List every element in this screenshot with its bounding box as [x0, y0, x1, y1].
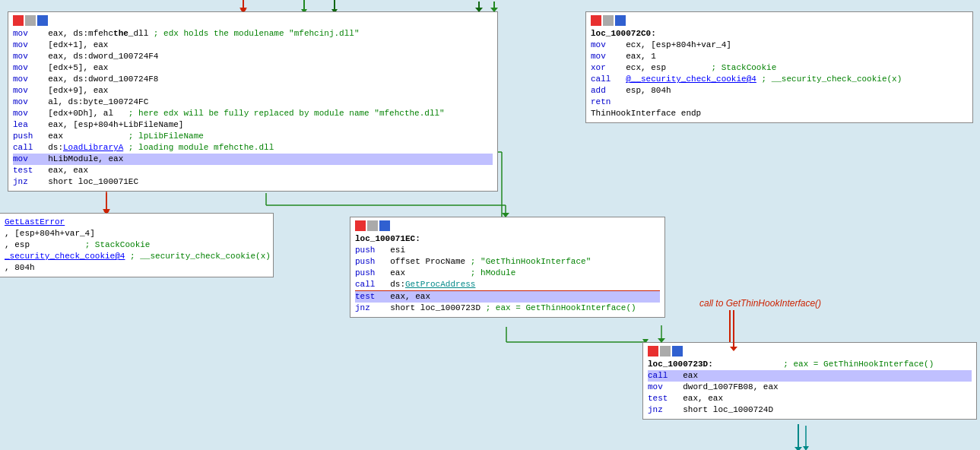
icon-red-2 — [591, 15, 601, 26]
code-line: loc_100072C0: — [591, 28, 968, 40]
code-line: mov [edx+5], eax — [13, 62, 493, 74]
code-block-1: mov eax, ds:mfehcthe_dll ; edx holds the… — [8, 11, 498, 192]
icon-blue-5 — [672, 346, 683, 357]
code-line: mov al, ds:byte_100724FC — [13, 97, 493, 108]
code-line: , esp ; StackCookie — [5, 239, 268, 251]
code-line: call @__security_check_cookie@4 ; __secu… — [591, 74, 968, 85]
code-line: loc_1000723D: ; eax = GetThinHookInterfa… — [648, 359, 972, 370]
code-block-3: GetLastError , [esp+804h+var_4] , esp ; … — [0, 213, 274, 277]
icon-grey-5 — [660, 346, 671, 357]
code-line: mov eax, ds:mfehcthe_dll ; edx holds the… — [13, 28, 493, 40]
code-block-4: loc_100071EC: push esi push offset ProcN… — [350, 217, 665, 318]
icon-grey-2 — [603, 15, 614, 26]
title-bar-5 — [648, 346, 972, 357]
code-line: lea eax, [esp+804h+LibFileName] — [13, 119, 493, 131]
code-line: call ds:LoadLibraryA ; loading module mf… — [13, 142, 493, 154]
code-line: push eax ; lpLibFileName — [13, 131, 493, 142]
svg-marker-16 — [803, 446, 809, 450]
code-line: add esp, 804h — [591, 85, 968, 97]
code-line: jnz short loc_1000723D ; eax = GetThinHo… — [355, 303, 660, 314]
code-line: push offset ProcName ; "GetThinHookInter… — [355, 256, 660, 268]
icon-grey-4 — [367, 220, 378, 231]
annotation-text: call to GetThinHookInterface() — [699, 298, 821, 309]
code-line: push eax ; hModule — [355, 268, 660, 279]
svg-marker-36 — [794, 447, 802, 450]
code-line: jnz short loc_1000724D — [648, 404, 972, 416]
title-bar-1 — [13, 15, 493, 26]
code-line: mov ecx, [esp+804h+var_4] — [591, 40, 968, 51]
code-line-highlighted: test eax, eax — [355, 291, 660, 303]
code-line: ThinHookInterface endp — [591, 108, 968, 119]
icon-grey-1 — [25, 15, 36, 26]
code-line: test eax, eax — [13, 165, 493, 176]
code-line: _security_check_cookie@4 ; __security_ch… — [5, 251, 268, 262]
code-line: test eax, eax — [648, 393, 972, 404]
icon-red-1 — [13, 15, 24, 26]
code-line: mov [edx+9], eax — [13, 85, 493, 97]
title-bar-4 — [355, 220, 660, 231]
code-line: mov [edx+0Dh], al ; here edx will be ful… — [13, 108, 493, 119]
code-line: GetLastError — [5, 217, 268, 228]
code-line: , [esp+804h+var_4] — [5, 228, 268, 239]
icon-blue-1 — [37, 15, 48, 26]
code-line: jnz short loc_100071EC — [13, 176, 493, 188]
code-line: mov eax, 1 — [591, 51, 968, 62]
code-line: mov [edx+1], eax — [13, 40, 493, 51]
code-line: push esi — [355, 245, 660, 256]
icon-red-4 — [355, 220, 366, 231]
code-line: , 804h — [5, 262, 268, 274]
code-line-highlighted: mov hLibModule, eax — [13, 154, 493, 165]
icon-blue-2 — [615, 15, 626, 26]
code-block-2: loc_100072C0: mov ecx, [esp+804h+var_4] … — [585, 11, 973, 123]
code-line: mov dword_1007FB08, eax — [648, 382, 972, 393]
code-line: xor ecx, esp ; StackCookie — [591, 62, 968, 74]
code-line: retn — [591, 97, 968, 108]
icon-blue-4 — [379, 220, 390, 231]
icon-red-5 — [648, 346, 658, 357]
code-line: mov eax, ds:dword_100724F4 — [13, 51, 493, 62]
code-line: mov eax, ds:dword_100724F8 — [13, 74, 493, 85]
title-bar-2 — [591, 15, 968, 26]
code-block-5: loc_1000723D: ; eax = GetThinHookInterfa… — [642, 342, 977, 420]
code-line-highlighted: call eax — [648, 370, 972, 382]
code-line: loc_100071EC: — [355, 233, 660, 245]
code-line: call ds:GetProcAddress — [355, 279, 660, 291]
